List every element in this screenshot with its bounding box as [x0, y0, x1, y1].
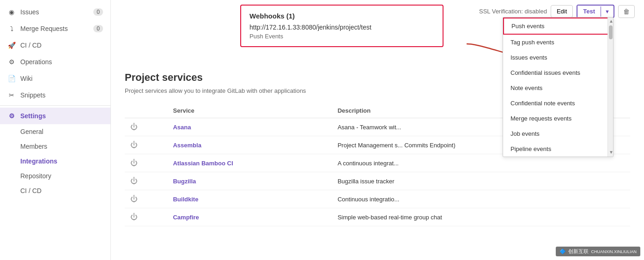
test-dropdown: Push events Tag push events Issues event…: [503, 17, 614, 157]
dropdown-item-job-events[interactable]: Job events: [503, 126, 613, 141]
service-link[interactable]: Atlassian Bamboo CI: [173, 160, 233, 167]
sidebar-item-settings[interactable]: ⚙ Settings: [0, 108, 110, 124]
table-row: ⏻ Bugzilla Bugzilla issue tracker: [125, 172, 630, 190]
watermark: 🔷 创新互联 CHUANXIN.XINLIULIAN: [556, 247, 640, 256]
repository-label: Repository: [20, 172, 51, 180]
dropdown-item-pipeline-events[interactable]: Pipeline events: [503, 141, 613, 157]
sidebar-settings-label: Settings: [20, 112, 46, 120]
toggle-icon[interactable]: ⏻: [130, 195, 138, 203]
dropdown-item-push-events[interactable]: Push events: [503, 18, 613, 35]
service-description: Bugzilla issue tracker: [332, 172, 630, 190]
service-description: Simple web-based real-time group chat: [332, 208, 630, 226]
test-button-group: Test ▼ Push events Tag push events Issue…: [577, 5, 614, 18]
scroll-down-arrow[interactable]: ▼: [608, 149, 613, 156]
dropdown-item-note-events[interactable]: Note events: [503, 80, 613, 96]
general-label: General: [20, 128, 43, 135]
sidebar-sub-repository[interactable]: Repository: [0, 169, 110, 183]
sidebar-item-ci-cd[interactable]: 🚀 CI / CD: [0, 37, 110, 54]
service-link[interactable]: Buildkite: [173, 196, 198, 203]
cicd-icon: 🚀: [7, 42, 16, 49]
sidebar-item-wiki[interactable]: 📄 Wiki: [0, 70, 110, 87]
merge-icon: ⤵: [7, 25, 16, 32]
watermark-text: 创新互联: [568, 248, 589, 255]
service-description: Continuous integratio...: [332, 190, 630, 208]
scroll-up-arrow[interactable]: ▲: [608, 18, 613, 24]
webhook-url: http://172.16.1.33:8080/jenkins/project/…: [249, 24, 434, 31]
sidebar-item-issues[interactable]: ◉ Issues 0: [0, 4, 110, 20]
sidebar-item-snippets[interactable]: ✂ Snippets: [0, 87, 110, 103]
table-col-service: Service: [167, 103, 332, 118]
settings-icon: ⚙: [7, 112, 16, 120]
cicd-sub-label: CI / CD: [20, 187, 42, 194]
dropdown-scrollbar[interactable]: ▲ ▼: [608, 18, 613, 157]
sidebar-item-label: Issues: [20, 8, 39, 16]
merge-requests-badge: 0: [93, 25, 103, 32]
table-row: ⏻ Buildkite Continuous integratio...: [125, 190, 630, 208]
sidebar-item-label: CI / CD: [20, 42, 42, 49]
operations-icon: ⚙: [7, 58, 16, 66]
sidebar-item-label: Merge Requests: [20, 25, 68, 32]
service-link[interactable]: Campfire: [173, 214, 199, 221]
wiki-icon: 📄: [7, 75, 16, 82]
issues-badge: 0: [93, 8, 103, 16]
toggle-icon[interactable]: ⏻: [130, 159, 138, 167]
dropdown-item-merge-requests-events[interactable]: Merge requests events: [503, 111, 613, 126]
webhook-events: Push Events: [249, 33, 434, 40]
watermark-icon: 🔷: [559, 248, 566, 254]
delete-button[interactable]: 🗑: [618, 5, 635, 18]
dropdown-item-confidential-note[interactable]: Confidential note events: [503, 96, 613, 111]
watermark-subtext: CHUANXIN.XINLIULIAN: [591, 249, 637, 254]
toggle-icon[interactable]: ⏻: [130, 123, 138, 131]
integrations-label: Integrations: [20, 157, 57, 165]
toggle-icon[interactable]: ⏻: [130, 177, 138, 185]
dropdown-item-issues-events[interactable]: Issues events: [503, 50, 613, 65]
issues-icon: ◉: [7, 8, 16, 16]
sidebar-item-label: Wiki: [20, 75, 32, 82]
sidebar-sub-general[interactable]: General: [0, 124, 110, 139]
service-link[interactable]: Assembla: [173, 142, 201, 149]
dropdown-item-tag-push-events[interactable]: Tag push events: [503, 35, 613, 50]
test-dropdown-arrow[interactable]: ▼: [601, 6, 614, 17]
test-button[interactable]: Test: [577, 6, 601, 17]
edit-button[interactable]: Edit: [551, 5, 573, 18]
service-link[interactable]: Bugzilla: [173, 178, 196, 185]
webhook-box: Webhooks (1) http://172.16.1.33:8080/jen…: [240, 5, 444, 47]
sidebar-item-label: Snippets: [20, 91, 45, 99]
sidebar-sub-cicd[interactable]: CI / CD: [0, 183, 110, 198]
scrollbar-thumb[interactable]: [609, 25, 613, 39]
toggle-icon[interactable]: ⏻: [130, 141, 138, 149]
webhook-actions: SSL Verification: disabled Edit Test ▼ P…: [479, 5, 635, 18]
sidebar-sub-integrations[interactable]: Integrations: [0, 154, 110, 169]
sidebar-item-operations[interactable]: ⚙ Operations: [0, 54, 110, 70]
toggle-icon[interactable]: ⏻: [130, 213, 138, 221]
sidebar: ◉ Issues 0 ⤵ Merge Requests 0 🚀 CI / CD …: [0, 0, 111, 260]
table-col-toggle: [125, 103, 167, 118]
webhook-title: Webhooks (1): [249, 12, 434, 20]
members-label: Members: [20, 143, 47, 150]
sidebar-item-merge-requests[interactable]: ⤵ Merge Requests 0: [0, 20, 110, 37]
service-link[interactable]: Asana: [173, 124, 191, 131]
ssl-verification-text: SSL Verification: disabled: [479, 8, 547, 15]
sidebar-item-label: Operations: [20, 58, 52, 66]
snippets-icon: ✂: [7, 91, 16, 99]
dropdown-item-confidential-issues[interactable]: Confidential issues events: [503, 65, 613, 80]
main-content: Webhooks (1) http://172.16.1.33:8080/jen…: [111, 0, 644, 260]
table-row: ⏻ Campfire Simple web-based real-time gr…: [125, 208, 630, 226]
sidebar-sub-members[interactable]: Members: [0, 139, 110, 154]
